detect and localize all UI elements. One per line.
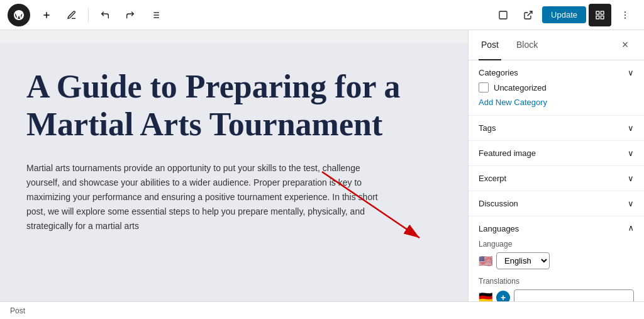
discussion-header[interactable]: Discussion ∨ <box>479 199 634 208</box>
status-label: Post <box>10 306 25 315</box>
category-checkbox[interactable] <box>479 82 489 92</box>
add-category-link[interactable]: Add New Category <box>479 98 547 107</box>
svg-line-9 <box>528 11 532 16</box>
languages-header[interactable]: Languages ∨ <box>479 224 634 233</box>
section-languages: Languages ∨ Language 🇺🇸 English German F… <box>469 216 644 301</box>
status-bar: Post <box>0 301 644 319</box>
update-button[interactable]: Update <box>542 6 586 23</box>
editor-canvas: A Guide to Preparing for a Martial Arts … <box>0 30 468 301</box>
excerpt-chevron: ∨ <box>628 174 634 183</box>
post-title[interactable]: A Guide to Preparing for a Martial Arts … <box>26 68 441 143</box>
category-item-uncategorized: Uncategorized <box>479 82 634 92</box>
section-excerpt: Excerpt ∨ <box>469 166 644 191</box>
language-field-label: Language <box>479 240 634 249</box>
svg-rect-10 <box>596 11 599 14</box>
redo-button[interactable] <box>119 4 142 26</box>
languages-label: Languages <box>479 224 519 233</box>
tab-block[interactable]: Block <box>514 30 540 60</box>
wp-logo <box>8 4 30 26</box>
tags-header[interactable]: Tags ∨ <box>479 123 634 133</box>
sidebar-header: Post Block × <box>469 30 644 60</box>
view-button[interactable] <box>492 4 514 26</box>
categories-header[interactable]: Categories ∨ <box>479 68 634 77</box>
section-featured-image: Featured image ∨ <box>469 141 644 166</box>
discussion-label: Discussion <box>479 199 518 208</box>
svg-rect-12 <box>601 16 604 19</box>
section-tags: Tags ∨ <box>469 116 644 141</box>
add-translation-button[interactable]: + <box>496 291 510 302</box>
more-options-button[interactable] <box>614 4 636 26</box>
svg-rect-8 <box>499 11 507 19</box>
tools-button[interactable] <box>60 4 83 26</box>
translation-input[interactable] <box>514 289 634 301</box>
section-categories: Categories ∨ Uncategorized Add New Categ… <box>469 60 644 116</box>
languages-chevron: ∨ <box>628 224 634 233</box>
svg-point-16 <box>625 17 626 18</box>
tags-chevron: ∨ <box>628 123 634 133</box>
section-discussion: Discussion ∨ <box>469 191 644 216</box>
category-label: Uncategorized <box>494 83 547 92</box>
language-flag: 🇺🇸 <box>479 254 492 268</box>
featured-image-label: Featured image <box>479 148 536 158</box>
language-select-row: 🇺🇸 English German French Spanish <box>479 252 634 269</box>
categories-chevron: ∨ <box>628 68 634 77</box>
language-field: Language 🇺🇸 English German French Spanis… <box>479 240 634 269</box>
categories-label: Categories <box>479 68 518 77</box>
discussion-chevron: ∨ <box>628 199 634 208</box>
sidebar: Post Block × Categories ∨ Uncategorized … <box>468 30 644 301</box>
sidebar-close-button[interactable]: × <box>616 36 634 54</box>
main-area: A Guide to Preparing for a Martial Arts … <box>0 30 644 301</box>
categories-area: Uncategorized Add New Category <box>479 77 634 108</box>
excerpt-header[interactable]: Excerpt ∨ <box>479 174 634 183</box>
svg-point-15 <box>625 14 626 16</box>
featured-image-header[interactable]: Featured image ∨ <box>479 148 634 158</box>
list-view-button[interactable] <box>144 4 167 26</box>
settings-button[interactable] <box>589 4 611 26</box>
translations-field: Translations 🇩🇪 + <box>479 277 634 301</box>
tab-post[interactable]: Post <box>479 30 501 60</box>
preview-button[interactable] <box>517 4 540 26</box>
featured-image-chevron: ∨ <box>628 148 634 158</box>
add-block-button[interactable] <box>35 4 58 26</box>
svg-rect-13 <box>596 16 599 19</box>
toolbar: Update <box>0 0 644 30</box>
translations-label: Translations <box>479 277 634 286</box>
language-select[interactable]: English German French Spanish <box>496 252 550 269</box>
translations-row: 🇩🇪 + <box>479 289 634 301</box>
translation-flag: 🇩🇪 <box>479 291 492 302</box>
svg-rect-11 <box>601 11 604 14</box>
excerpt-label: Excerpt <box>479 174 506 183</box>
tags-label: Tags <box>479 123 496 133</box>
undo-button[interactable] <box>94 4 116 26</box>
separator-1 <box>88 8 89 23</box>
post-content[interactable]: Martial arts tournaments provide an oppo… <box>26 161 379 233</box>
svg-point-14 <box>625 11 626 13</box>
editor-canvas-inner: A Guide to Preparing for a Martial Arts … <box>0 43 468 301</box>
